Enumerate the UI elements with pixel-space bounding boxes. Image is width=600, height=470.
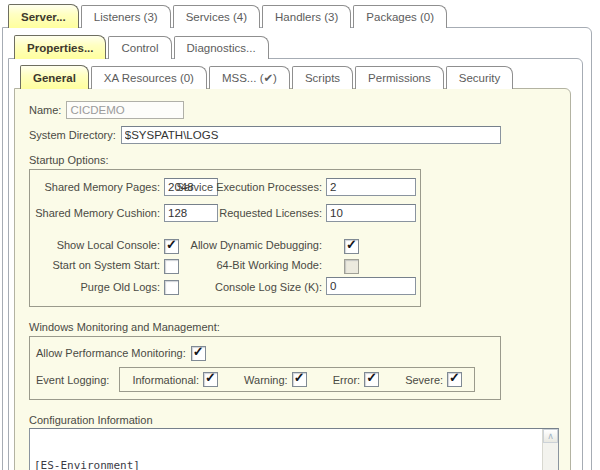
allow-dynamic-debugging-checkbox[interactable] [344,239,359,254]
startup-spacer [30,228,420,237]
secondary-tab-bar: Properties... Control Diagnostics... [14,35,271,59]
tab-services[interactable]: Services (4) [173,5,260,28]
event-warning: Warning: [244,372,307,387]
tertiary-tab-bar: General XA Resources (0) MSS... (✔) Scri… [20,65,515,89]
event-error: Error: [333,372,380,387]
tab-control[interactable]: Control [108,36,171,59]
name-input[interactable] [66,101,184,119]
config-line: [ES-Environment] [34,459,538,470]
tab-handlers[interactable]: Handlers (3) [262,5,351,28]
tab-permissions[interactable]: Permissions [355,66,444,89]
configuration-information-editor[interactable]: [ES-Environment] SYSPATH=D:DEMO2ES_CICS … [29,428,559,470]
severe-label: Severe: [405,374,443,386]
tab-scripts[interactable]: Scripts [292,66,353,89]
event-informational: Informational: [132,372,218,387]
server-properties-screen: Name: System Directory: Startup Options:… [0,0,600,470]
start-on-system-start-label: Start on System Start: [52,259,160,271]
primary-tab-bar: Server... Listeners (3) Services (4) Han… [8,4,449,28]
service-execution-processes-label: Service Execution Processes: [176,181,322,193]
requested-licenses-input[interactable] [326,204,416,222]
monitoring-groupbox: Allow Performance Monitoring: Event Logg… [29,336,501,400]
startup-options-title: Startup Options: [29,154,570,166]
purge-old-logs-label: Purge Old Logs: [81,281,161,293]
startup-row-3: Show Local Console: Allow Dynamic Debugg… [30,237,422,257]
informational-checkbox[interactable] [203,372,218,387]
allow-dynamic-debugging-label: Allow Dynamic Debugging: [191,239,322,251]
allow-performance-monitoring-checkbox[interactable] [191,346,206,361]
allow-performance-monitoring-label: Allow Performance Monitoring: [36,347,186,359]
shared-memory-cushion-label: Shared Memory Cushion: [35,207,160,219]
event-logging-label: Event Logging: [36,374,109,386]
shared-memory-pages-label: Shared Memory Pages: [44,181,160,193]
startup-row-1: Shared Memory Pages: Service Execution P… [30,176,422,202]
warning-checkbox[interactable] [292,372,307,387]
shared-memory-cushion-input[interactable] [164,204,218,222]
tab-properties[interactable]: Properties... [14,35,106,59]
tab-xa-resources[interactable]: XA Resources (0) [91,66,207,89]
console-log-size-input[interactable] [326,277,416,295]
system-directory-row: System Directory: [29,126,570,144]
tab-security[interactable]: Security [446,66,514,89]
service-execution-processes-input[interactable] [326,178,416,196]
tab-server[interactable]: Server... [8,4,79,28]
startup-row-5: Purge Old Logs: Console Log Size (K): [30,277,422,299]
event-logging-groupbox: Informational: Warning: Error: Seve [119,367,475,392]
purge-old-logs-checkbox[interactable] [164,280,179,295]
start-on-system-start-checkbox[interactable] [164,259,179,274]
show-local-console-label: Show Local Console: [57,239,160,251]
performance-monitoring-row: Allow Performance Monitoring: [36,343,494,363]
general-form-content: Name: System Directory: Startup Options:… [15,89,570,470]
error-label: Error: [333,374,361,386]
show-local-console-checkbox[interactable] [164,239,179,254]
tab-mss[interactable]: MSS... (✔) [209,66,290,89]
system-directory-label: System Directory: [29,129,116,141]
config-scrollbar[interactable]: ∧ ∨ [542,429,558,470]
64bit-working-mode-label: 64-Bit Working Mode: [216,259,322,271]
severe-checkbox[interactable] [447,372,462,387]
startup-row-4: Start on System Start: 64-Bit Working Mo… [30,257,422,277]
event-severe: Severe: [405,372,462,387]
configuration-information-title: Configuration Information [29,414,570,426]
name-label: Name: [29,104,61,116]
configuration-text[interactable]: [ES-Environment] SYSPATH=D:DEMO2ES_CICS … [30,429,542,470]
informational-label: Informational: [132,374,199,386]
startup-row-2: Shared Memory Cushion: Requested License… [30,202,422,228]
scroll-up-icon[interactable]: ∧ [543,429,558,443]
warning-label: Warning: [244,374,288,386]
startup-options-groupbox: Shared Memory Pages: Service Execution P… [29,169,421,307]
tab-listeners[interactable]: Listeners (3) [81,5,171,28]
monitoring-title: Windows Monitoring and Management: [29,321,570,333]
requested-licenses-label: Requested Licenses: [219,207,322,219]
name-row: Name: [29,101,570,119]
general-form-panel: Name: System Directory: Startup Options:… [14,88,571,470]
error-checkbox[interactable] [364,372,379,387]
tab-general[interactable]: General [20,65,89,89]
tab-packages[interactable]: Packages (0) [353,5,447,28]
tab-diagnostics[interactable]: Diagnostics... [174,36,269,59]
64bit-working-mode-checkbox [344,259,359,274]
console-log-size-label: Console Log Size (K): [215,281,322,293]
system-directory-input[interactable] [121,126,501,144]
event-logging-row: Event Logging: Informational: Warning: E… [36,367,494,392]
